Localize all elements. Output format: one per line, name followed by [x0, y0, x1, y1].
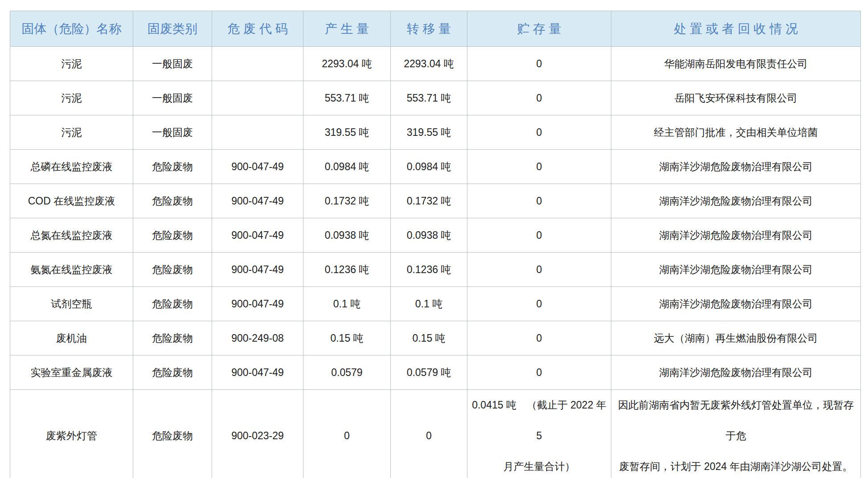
cell-produced: 0.0938 吨 [303, 218, 391, 253]
table-row: 实验室重金属废液危险废物900-047-490.05790.0579 吨0湖南洋… [10, 355, 861, 390]
cell-transferred: 319.55 吨 [391, 115, 467, 150]
cell-disposal: 湖南洋沙湖危险废物治理有限公司 [611, 184, 861, 218]
cell-disposal: 湖南洋沙湖危险废物治理有限公司 [611, 218, 861, 253]
cell-code: 900-023-29 [212, 390, 303, 478]
column-header-transferred: 转 移 量 [391, 11, 467, 47]
table-row: 总磷在线监控废液危险废物900-047-490.0984 吨0.0984 吨0湖… [10, 150, 861, 184]
column-header-produced: 产 生 量 [303, 11, 391, 47]
cell-code [212, 115, 303, 150]
cell-produced: 0.1 吨 [303, 287, 391, 321]
cell-produced: 319.55 吨 [303, 115, 391, 150]
cell-code: 900-047-49 [212, 218, 303, 253]
column-header-stored: 贮 存 量 [467, 11, 611, 47]
column-header-disposal: 处 置 或 者 回 收 情 况 [611, 11, 861, 47]
cell-name: 氨氮在线监控废液 [10, 253, 133, 287]
cell-transferred: 0.0984 吨 [391, 150, 467, 184]
cell-category: 危险废物 [133, 150, 212, 184]
column-header-waste-code: 危 废 代 码 [212, 11, 303, 47]
cell-name: 废紫外灯管 [10, 390, 133, 478]
table-row: 污泥一般固废319.55 吨319.55 吨0经主管部门批准，交由相关单位培菌 [10, 115, 861, 150]
cell-stored: 0 [467, 355, 611, 390]
cell-transferred: 0.1 吨 [391, 287, 467, 321]
table-row: 氨氮在线监控废液危险废物900-047-490.1236 吨0.1236 吨0湖… [10, 253, 861, 287]
column-header-solid-name: 固体（危险）名称 [10, 11, 133, 47]
cell-disposal: 经主管部门批准，交由相关单位培菌 [611, 115, 861, 150]
cell-disposal: 湖南洋沙湖危险废物治理有限公司 [611, 150, 861, 184]
cell-category: 危险废物 [133, 218, 212, 253]
table-row: COD 在线监控废液危险废物900-047-490.1732 吨0.1732 吨… [10, 184, 861, 218]
cell-code: 900-047-49 [212, 355, 303, 390]
table-row: 废机油危险废物900-249-080.15 吨0.15 吨0远大（湖南）再生燃油… [10, 321, 861, 355]
cell-stored: 0.0415 吨 （截止于 2022 年 5 月产生量合计） [467, 390, 611, 478]
cell-disposal: 华能湖南岳阳发电有限责任公司 [611, 47, 861, 81]
cell-category: 危险废物 [133, 355, 212, 390]
column-header-category: 固废类别 [133, 11, 212, 47]
cell-name: 总氮在线监控废液 [10, 218, 133, 253]
cell-transferred: 0.0938 吨 [391, 218, 467, 253]
cell-name: 污泥 [10, 81, 133, 115]
cell-disposal: 湖南洋沙湖危险废物治理有限公司 [611, 253, 861, 287]
cell-code [212, 47, 303, 81]
cell-stored: 0 [467, 253, 611, 287]
cell-name: 污泥 [10, 47, 133, 81]
cell-stored: 0 [467, 218, 611, 253]
cell-transferred: 0.1732 吨 [391, 184, 467, 218]
cell-produced: 0.1732 吨 [303, 184, 391, 218]
cell-transferred: 0 [391, 390, 467, 478]
table-body: 污泥一般固废2293.04 吨2293.04 吨0华能湖南岳阳发电有限责任公司污… [10, 47, 861, 478]
cell-code [212, 81, 303, 115]
cell-category: 危险废物 [133, 390, 212, 478]
cell-name: 实验室重金属废液 [10, 355, 133, 390]
cell-transferred: 0.15 吨 [391, 321, 467, 355]
cell-transferred: 0.0579 吨 [391, 355, 467, 390]
cell-category: 危险废物 [133, 287, 212, 321]
cell-produced: 0 [303, 390, 391, 478]
cell-category: 危险废物 [133, 253, 212, 287]
cell-transferred: 0.1236 吨 [391, 253, 467, 287]
cell-code: 900-249-08 [212, 321, 303, 355]
cell-name: 总磷在线监控废液 [10, 150, 133, 184]
cell-category: 危险废物 [133, 184, 212, 218]
cell-stored: 0 [467, 47, 611, 81]
cell-stored: 0 [467, 115, 611, 150]
table-row: 试剂空瓶危险废物900-047-490.1 吨0.1 吨0湖南洋沙湖危险废物治理… [10, 287, 861, 321]
header-row: 固体（危险）名称 固废类别 危 废 代 码 产 生 量 转 移 量 贮 存 量 … [10, 11, 861, 47]
table-row: 污泥一般固废2293.04 吨2293.04 吨0华能湖南岳阳发电有限责任公司 [10, 47, 861, 81]
cell-stored: 0 [467, 150, 611, 184]
table-row: 废紫外灯管危险废物900-023-29000.0415 吨 （截止于 2022 … [10, 390, 861, 478]
page: 固体（危险）名称 固废类别 危 废 代 码 产 生 量 转 移 量 贮 存 量 … [0, 0, 868, 478]
cell-transferred: 2293.04 吨 [391, 47, 467, 81]
cell-disposal: 湖南洋沙湖危险废物治理有限公司 [611, 287, 861, 321]
cell-produced: 0.1236 吨 [303, 253, 391, 287]
cell-category: 一般固废 [133, 81, 212, 115]
cell-transferred: 553.71 吨 [391, 81, 467, 115]
cell-produced: 0.0984 吨 [303, 150, 391, 184]
cell-stored: 0 [467, 287, 611, 321]
cell-disposal: 因此前湖南省内暂无废紫外线灯管处置单位，现暂存于危 废暂存间，计划于 2024 … [611, 390, 861, 478]
cell-name: 废机油 [10, 321, 133, 355]
cell-category: 一般固废 [133, 115, 212, 150]
cell-category: 一般固废 [133, 47, 212, 81]
cell-category: 危险废物 [133, 321, 212, 355]
cell-disposal: 湖南洋沙湖危险废物治理有限公司 [611, 355, 861, 390]
table-row: 总氮在线监控废液危险废物900-047-490.0938 吨0.0938 吨0湖… [10, 218, 861, 253]
cell-code: 900-047-49 [212, 150, 303, 184]
cell-produced: 0.0579 [303, 355, 391, 390]
cell-code: 900-047-49 [212, 253, 303, 287]
cell-code: 900-047-49 [212, 184, 303, 218]
cell-disposal: 岳阳飞安环保科技有限公司 [611, 81, 861, 115]
cell-stored: 0 [467, 321, 611, 355]
cell-name: 污泥 [10, 115, 133, 150]
table-row: 污泥一般固废553.71 吨553.71 吨0岳阳飞安环保科技有限公司 [10, 81, 861, 115]
hazardous-waste-table: 固体（危险）名称 固废类别 危 废 代 码 产 生 量 转 移 量 贮 存 量 … [10, 11, 861, 478]
cell-code: 900-047-49 [212, 287, 303, 321]
cell-produced: 2293.04 吨 [303, 47, 391, 81]
table-header: 固体（危险）名称 固废类别 危 废 代 码 产 生 量 转 移 量 贮 存 量 … [10, 11, 861, 47]
cell-produced: 0.15 吨 [303, 321, 391, 355]
cell-stored: 0 [467, 184, 611, 218]
cell-produced: 553.71 吨 [303, 81, 391, 115]
cell-stored: 0 [467, 81, 611, 115]
cell-name: 试剂空瓶 [10, 287, 133, 321]
cell-disposal: 远大（湖南）再生燃油股份有限公司 [611, 321, 861, 355]
cell-name: COD 在线监控废液 [10, 184, 133, 218]
